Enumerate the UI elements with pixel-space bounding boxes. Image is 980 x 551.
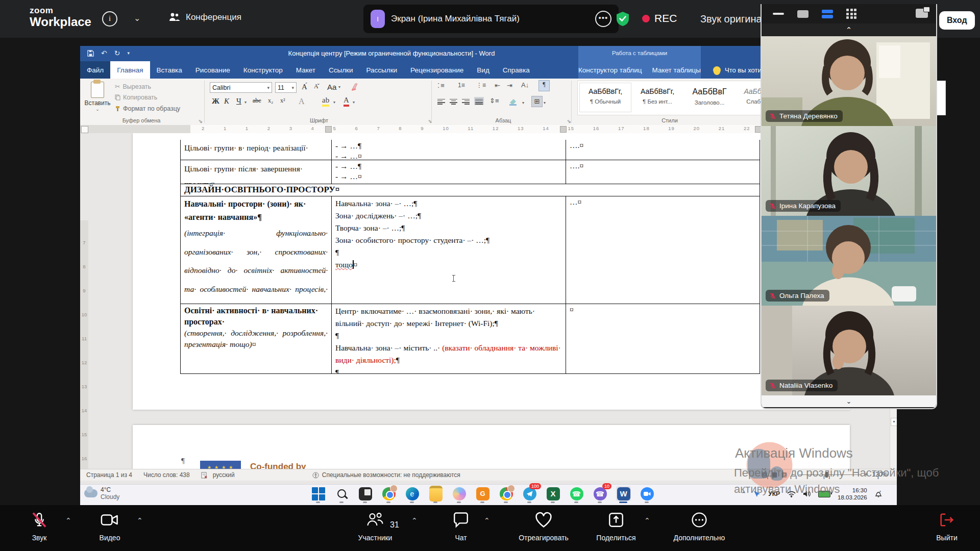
multilevel-list-button[interactable]: ⋮≡ <box>476 82 486 89</box>
justify-button[interactable] <box>474 97 484 105</box>
zoom-taskbar-icon[interactable] <box>640 486 654 501</box>
align-center-button[interactable] <box>450 98 457 104</box>
line-spacing-button[interactable]: ⇕≡ <box>489 97 499 105</box>
highlight-button[interactable]: ab <box>322 96 329 107</box>
sort-button[interactable]: А↓ <box>521 81 529 89</box>
video-tile-4[interactable]: Nataliia Vlasenko <box>762 306 936 395</box>
paste-button[interactable]: Вставить ⌄ <box>84 82 111 115</box>
tab-insert[interactable]: Вставка <box>150 61 189 79</box>
grow-font-button[interactable]: А́ <box>302 83 307 91</box>
borders-button[interactable]: ⊞ <box>531 96 543 107</box>
more-button[interactable]: Дополнительно <box>661 511 738 542</box>
start-button[interactable] <box>311 486 326 501</box>
decrease-indent-button[interactable]: ⇤ <box>495 82 500 89</box>
login-button[interactable]: Вход <box>939 11 975 30</box>
video-tile-2[interactable]: Ірина Карапузова <box>762 126 936 216</box>
viber-icon[interactable]: 10☎ <box>593 486 607 501</box>
screen-share-tab[interactable]: I Экран (Ірина Михайлівна Тягай) ••• <box>363 5 619 33</box>
format-painter-button[interactable]: Формат по образцу <box>115 105 180 112</box>
video-tile-1[interactable]: Тетяна Деревянко <box>762 36 936 126</box>
numbering-button[interactable]: 1≡ <box>458 82 465 89</box>
shrink-font-button[interactable]: А̌ <box>314 83 318 90</box>
tab-draw[interactable]: Рисование <box>189 61 237 79</box>
tab-file[interactable]: Файл <box>80 61 110 79</box>
align-right-button[interactable] <box>462 98 470 104</box>
conference-tab[interactable]: Конференция <box>168 12 241 22</box>
paste-dropdown-icon[interactable]: ⌄ <box>84 107 111 112</box>
document-page-1[interactable]: Цільові· групи· в· період· реалізації· п… <box>133 133 850 410</box>
weather-widget[interactable]: 4°C Cloudy <box>84 486 119 501</box>
style-heading1[interactable]: АаБбВвГ Заголово... <box>683 83 736 112</box>
leave-button[interactable]: Выйти <box>919 511 975 542</box>
word-taskbar-icon[interactable]: W <box>616 486 631 501</box>
proofing-icon[interactable] <box>201 472 208 479</box>
document-table[interactable]: Цільові· групи· в· період· реалізації· п… <box>180 140 760 374</box>
italic-button[interactable]: К <box>224 97 229 106</box>
gallery-view-icon[interactable] <box>846 9 856 19</box>
underline-dropdown-icon[interactable]: ▾ <box>244 100 247 105</box>
security-shield-icon[interactable] <box>616 11 630 27</box>
shading-button[interactable] <box>509 98 518 106</box>
increase-indent-button[interactable]: ⇥ <box>507 82 512 89</box>
pdf-app-icon[interactable]: G <box>475 486 490 501</box>
tab-table-design[interactable]: Конструктор таблиц <box>575 66 645 74</box>
text-effects-button[interactable]: А <box>299 97 305 106</box>
stacked-view-icon[interactable] <box>822 10 833 18</box>
edge-icon[interactable]: e <box>405 486 420 501</box>
bold-button[interactable]: Ж <box>212 97 219 106</box>
chat-button[interactable]: Чат <box>433 511 489 542</box>
tab-view[interactable]: Вид <box>470 61 496 79</box>
clock[interactable]: 16:30 18.03.2026 <box>838 487 867 502</box>
subscript-button[interactable]: х₂ <box>268 97 273 105</box>
show-marks-button[interactable]: ¶ <box>538 80 550 91</box>
participants-options-icon[interactable]: ⌃ <box>411 516 418 524</box>
photos-app-icon[interactable] <box>358 486 373 501</box>
style-normal[interactable]: АаБбВвГг, ¶ Обычный <box>579 83 631 112</box>
vertical-ruler[interactable]: 7 8 9 10 11 12 13 14 15 16 17 <box>80 220 88 469</box>
cut-button[interactable]: ✂ Вырезать <box>115 83 151 90</box>
video-tile-3[interactable]: Ольга Палеха <box>762 216 936 306</box>
minimize-panel-icon[interactable] <box>773 13 784 15</box>
tab-table-layout[interactable]: Макет таблицы <box>649 66 704 74</box>
react-button[interactable]: Отреагировать <box>508 511 579 542</box>
share-options-icon[interactable]: ⌃ <box>644 516 650 524</box>
share-button[interactable]: Поделиться <box>588 511 644 542</box>
font-color-dropdown-icon[interactable]: ▾ <box>353 100 355 105</box>
tab-layout[interactable]: Макет <box>289 61 322 79</box>
accessibility-status[interactable]: Специальные возможности: не поддерживают… <box>312 471 460 479</box>
table-column-marker-icon[interactable] <box>325 126 332 133</box>
telegram-icon[interactable]: 100 <box>522 486 537 501</box>
style-no-spacing[interactable]: АаБбВвГг, ¶ Без инт... <box>631 83 683 112</box>
scroll-down-icon[interactable]: ▾ <box>891 418 897 426</box>
search-button[interactable] <box>334 486 349 501</box>
tab-home[interactable]: Главная <box>110 61 150 79</box>
bullets-button[interactable]: ⁚≡ <box>437 82 446 89</box>
underline-button[interactable]: Ч <box>236 97 241 106</box>
file-explorer-icon[interactable] <box>428 486 443 501</box>
language-indicator[interactable]: русский <box>213 471 235 479</box>
copilot-icon[interactable] <box>452 486 467 501</box>
tab-review[interactable]: Рецензирование <box>404 61 470 79</box>
video-button[interactable]: Видео <box>82 511 138 542</box>
chrome-profile2-icon[interactable] <box>499 486 513 501</box>
change-case-button[interactable]: Aa <box>327 83 336 91</box>
whatsapp-icon[interactable]: ☎ <box>569 486 584 501</box>
tab-design[interactable]: Конструктор <box>237 61 289 79</box>
tab-selector-icon[interactable] <box>81 126 88 133</box>
video-options-icon[interactable]: ⌃ <box>137 516 143 524</box>
clear-formatting-icon[interactable] <box>351 83 359 91</box>
tab-options-icon[interactable]: ••• <box>595 11 611 27</box>
meeting-info-icon[interactable]: i <box>102 11 117 27</box>
borders-dropdown-icon[interactable]: ▾ <box>544 101 546 105</box>
popout-panel-icon[interactable] <box>916 9 928 18</box>
highlight-dropdown-icon[interactable]: ▾ <box>333 100 335 105</box>
clipboard-dialog-launcher[interactable]: ⇘ <box>199 118 203 124</box>
notification-bell-icon[interactable]: z <box>874 490 883 498</box>
paragraph-dialog-launcher[interactable]: ⇘ <box>567 118 571 124</box>
chrome-icon[interactable] <box>381 486 396 501</box>
tab-mailings[interactable]: Рассылки <box>360 61 404 79</box>
font-color-button[interactable]: А <box>344 96 349 107</box>
audio-options-icon[interactable]: ⌃ <box>65 516 71 524</box>
tab-help[interactable]: Справка <box>496 61 536 79</box>
tab-references[interactable]: Ссылки <box>322 61 360 79</box>
